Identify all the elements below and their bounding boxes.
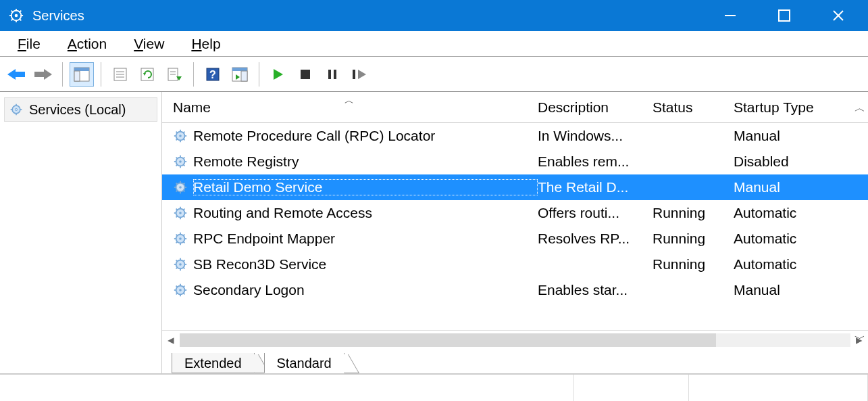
menu-view[interactable]: View [120, 33, 178, 56]
menu-action[interactable]: Action [54, 33, 120, 56]
refresh-button[interactable] [135, 62, 159, 87]
service-description: Enables rem... [538, 154, 653, 170]
service-name: SB Recon3D Service [193, 256, 538, 273]
table-row[interactable]: Remote RegistryEnables rem...Disabled [162, 149, 868, 174]
menu-file[interactable]: File [4, 33, 54, 56]
window-title: Services [32, 8, 84, 24]
service-name: Remote Procedure Call (RPC) Locator [193, 128, 538, 144]
service-startup-type: Disabled [734, 154, 835, 170]
svg-line-56 [184, 132, 185, 133]
service-startup-type: Automatic [734, 205, 835, 221]
table-row[interactable]: Retail Demo ServiceThe Retail D...Manual [162, 174, 868, 200]
service-description: In Windows... [538, 128, 653, 144]
svg-line-6 [11, 11, 14, 13]
table-row[interactable]: Routing and Remote AccessOffers routi...… [162, 200, 868, 226]
tree-item-services-local[interactable]: Services (Local) [4, 97, 157, 122]
service-description: Enables star... [538, 282, 653, 298]
service-status: Running [653, 231, 734, 247]
svg-line-85 [176, 216, 178, 218]
help-button[interactable]: ? [201, 62, 225, 87]
svg-text:?: ? [209, 69, 216, 80]
back-button[interactable] [4, 62, 28, 87]
service-list: Remote Procedure Call (RPC) LocatorIn Wi… [162, 123, 868, 330]
scroll-left-icon[interactable]: ◂ [162, 331, 180, 349]
svg-point-1 [15, 14, 18, 18]
svg-point-78 [179, 212, 182, 214]
svg-line-74 [184, 191, 185, 192]
svg-rect-32 [232, 68, 247, 71]
svg-line-75 [176, 191, 178, 192]
service-status: Running [653, 205, 734, 221]
svg-point-58 [179, 160, 182, 163]
gear-icon [173, 283, 193, 298]
menu-help[interactable]: Help [178, 33, 234, 56]
svg-rect-18 [74, 71, 80, 81]
close-button[interactable] [811, 0, 865, 31]
start-service-button[interactable] [266, 62, 290, 87]
scroll-down-icon[interactable]: ﹀ [854, 332, 865, 346]
tab-standard[interactable]: Standard [264, 353, 344, 373]
svg-line-54 [184, 139, 185, 141]
service-name: Routing and Remote Access [193, 205, 538, 221]
column-header-startup-type[interactable]: Startup Type [734, 99, 855, 116]
gear-icon [173, 180, 193, 195]
gear-icon [173, 128, 193, 143]
maximize-button[interactable] [757, 0, 811, 31]
minimize-button[interactable] [703, 0, 757, 31]
menu-bar: File Action View Help [0, 31, 868, 57]
horizontal-scrollbar[interactable]: ◂ ▸ [162, 330, 868, 349]
list-pane: ︿ Name Description Status Startup Type ︿… [162, 92, 868, 373]
svg-line-9 [20, 11, 22, 13]
svg-line-93 [176, 235, 178, 236]
svg-point-42 [15, 108, 17, 110]
restart-service-button[interactable] [347, 62, 372, 87]
table-row[interactable]: RPC Endpoint MapperResolves RP...Running… [162, 226, 868, 252]
service-startup-type: Manual [734, 282, 835, 298]
scroll-up-icon[interactable]: ︿ [854, 101, 865, 116]
service-description: Resolves RP... [538, 231, 653, 247]
svg-line-96 [184, 235, 185, 236]
show-hide-tree-button[interactable] [70, 62, 94, 87]
svg-rect-34 [241, 71, 247, 81]
tab-extended[interactable]: Extended [172, 353, 255, 373]
svg-point-48 [179, 135, 182, 137]
svg-line-7 [20, 19, 22, 21]
svg-line-65 [176, 165, 178, 166]
svg-line-53 [176, 132, 178, 133]
svg-line-66 [184, 158, 185, 159]
gear-icon [173, 154, 193, 169]
svg-point-68 [179, 186, 182, 189]
service-name: RPC Endpoint Mapper [193, 231, 538, 247]
column-header-name[interactable]: Name [173, 99, 538, 116]
forward-button[interactable] [31, 62, 55, 87]
table-row[interactable]: Remote Procedure Call (RPC) LocatorIn Wi… [162, 123, 868, 149]
table-row[interactable]: Secondary LogonEnables star...Manual [162, 277, 868, 303]
service-status: Running [653, 256, 734, 273]
toolbar: ? [0, 57, 868, 92]
service-startup-type: Automatic [734, 256, 835, 273]
service-startup-type: Manual [734, 179, 835, 195]
gear-icon [9, 102, 24, 117]
svg-line-106 [184, 260, 185, 262]
view-tabs: Extended Standard [162, 349, 868, 373]
service-name: Secondary Logon [193, 282, 538, 298]
main-content: Services (Local) ︿ Name Description Stat… [0, 92, 868, 374]
pause-service-button[interactable] [320, 62, 344, 87]
svg-line-84 [184, 216, 185, 218]
svg-line-73 [176, 183, 178, 185]
column-header-status[interactable]: Status [653, 99, 734, 116]
svg-rect-11 [779, 10, 790, 21]
service-startup-type: Automatic [734, 231, 835, 247]
properties-button[interactable] [108, 62, 132, 87]
svg-line-104 [184, 268, 185, 269]
table-row[interactable]: SB Recon3D ServiceRunningAutomatic [162, 252, 868, 277]
svg-line-105 [176, 268, 178, 269]
gear-icon [173, 231, 193, 246]
export-list-button[interactable] [162, 62, 186, 87]
show-hide-action-pane-button[interactable] [228, 62, 252, 87]
svg-line-114 [184, 293, 185, 295]
stop-service-button[interactable] [293, 62, 317, 87]
column-header-description[interactable]: Description [538, 99, 653, 116]
gear-icon [173, 257, 193, 272]
scrollbar-thumb[interactable] [180, 333, 716, 347]
